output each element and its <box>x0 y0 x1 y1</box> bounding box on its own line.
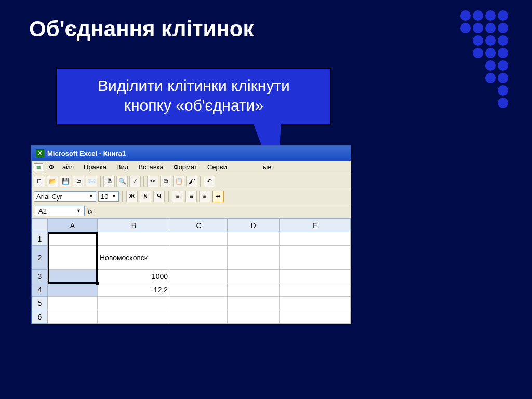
cell-b5[interactable] <box>98 297 170 310</box>
spreadsheet-grid[interactable]: A B C D E 1 2 Новомосковск 3 1000 4 -12,… <box>32 218 351 324</box>
slide-title: Об'єднання клітинок <box>29 17 254 42</box>
cell-d4[interactable] <box>228 283 280 297</box>
menu-format[interactable]: Формат <box>169 162 202 172</box>
cell-e1[interactable] <box>280 232 351 246</box>
cell-b3[interactable]: 1000 <box>98 270 170 283</box>
cell-d3[interactable] <box>228 270 280 283</box>
name-box[interactable]: A2 ▼ <box>35 206 85 216</box>
col-header-b[interactable]: B <box>98 219 170 232</box>
col-header-c[interactable]: C <box>170 219 228 232</box>
excel-app-icon: X <box>36 149 44 157</box>
align-center-button[interactable]: ≡ <box>185 191 197 202</box>
chevron-down-icon: ▼ <box>110 194 116 199</box>
italic-button[interactable]: К <box>140 191 151 202</box>
format-painter-button[interactable]: 🖌 <box>186 176 197 187</box>
menu-file[interactable]: Файл <box>45 162 78 172</box>
formula-bar: A2 ▼ fx <box>32 204 351 218</box>
callout-line1: Виділити клітинки клікнути <box>63 76 324 96</box>
callout: Виділити клітинки клікнути кнопку «об'єд… <box>56 68 331 125</box>
cell-d2[interactable] <box>228 246 280 270</box>
cell-a5[interactable] <box>48 297 98 310</box>
font-size-selector[interactable]: 10 ▼ <box>98 191 119 202</box>
spellcheck-button[interactable]: ✓ <box>129 176 141 187</box>
print-button[interactable]: 🖶 <box>103 176 115 187</box>
cell-e3[interactable] <box>280 270 351 283</box>
preview-button[interactable]: 🔍 <box>116 176 128 187</box>
table-row: 5 <box>32 297 351 310</box>
copy-button[interactable]: ⧉ <box>160 176 171 187</box>
table-row: 2 Новомосковск <box>32 246 351 270</box>
cell-a4[interactable] <box>48 283 98 297</box>
menu-tools-partial[interactable]: Серви <box>203 162 231 172</box>
new-button[interactable]: 🗋 <box>34 176 45 187</box>
titlebar: X Microsoft Excel - Книга1 <box>32 146 351 161</box>
col-header-e[interactable]: E <box>280 219 351 232</box>
cell-a6[interactable] <box>48 310 98 324</box>
font-size-value: 10 <box>101 193 108 201</box>
cell-b4[interactable]: -12,2 <box>98 283 170 297</box>
row-header-4[interactable]: 4 <box>32 283 48 297</box>
cell-a3[interactable] <box>48 270 98 283</box>
selection-fill-handle[interactable] <box>96 282 99 285</box>
row-header-6[interactable]: 6 <box>32 310 48 324</box>
cell-d1[interactable] <box>228 232 280 246</box>
merge-cells-button[interactable]: ⬌ <box>212 191 224 202</box>
cut-button[interactable]: ✂ <box>147 176 158 187</box>
menu-view[interactable]: Вид <box>112 162 133 172</box>
row-header-5[interactable]: 5 <box>32 297 48 310</box>
open-button[interactable]: 📂 <box>47 176 58 187</box>
cell-e6[interactable] <box>280 310 351 324</box>
window-title: Microsoft Excel - Книга1 <box>47 150 126 157</box>
bold-button[interactable]: Ж <box>126 191 138 202</box>
cell-e4[interactable] <box>280 283 351 297</box>
standard-toolbar: 🗋 📂 💾 🗂 📨 🖶 🔍 ✓ ✂ ⧉ 📋 🖌 ↶ <box>32 174 351 189</box>
excel-window: X Microsoft Excel - Книга1 ▦ Файл Правка… <box>31 145 351 324</box>
cell-c5[interactable] <box>170 297 228 310</box>
cell-b1[interactable] <box>98 232 170 246</box>
cell-c4[interactable] <box>170 283 228 297</box>
workbook-icon[interactable]: ▦ <box>34 163 43 171</box>
paste-button[interactable]: 📋 <box>173 176 184 187</box>
permission-button[interactable]: 🗂 <box>73 176 84 187</box>
menubar: ▦ Файл Правка Вид Вставка Формат Серви ы… <box>32 161 351 174</box>
cell-b2[interactable]: Новомосковск <box>98 246 170 270</box>
cell-e2[interactable] <box>280 246 351 270</box>
cell-c1[interactable] <box>170 232 228 246</box>
select-all-corner[interactable] <box>32 219 48 232</box>
cell-a1[interactable] <box>48 232 98 246</box>
menu-insert[interactable]: Вставка <box>134 162 167 172</box>
cell-c6[interactable] <box>170 310 228 324</box>
col-header-a[interactable]: A <box>48 219 98 232</box>
callout-line2: кнопку «об'єднати» <box>63 96 324 115</box>
font-selector[interactable]: Arial Cyr ▼ <box>34 191 96 202</box>
cell-b6[interactable] <box>98 310 170 324</box>
align-left-button[interactable]: ≡ <box>172 191 183 202</box>
table-row: 4 -12,2 <box>32 283 351 297</box>
menu-edit[interactable]: Правка <box>79 162 111 172</box>
table-row: 6 <box>32 310 351 324</box>
save-button[interactable]: 💾 <box>60 176 71 187</box>
cell-d6[interactable] <box>228 310 280 324</box>
cell-a2[interactable] <box>48 246 98 270</box>
row-header-2[interactable]: 2 <box>32 246 48 270</box>
fx-label: fx <box>88 207 93 215</box>
email-button[interactable]: 📨 <box>86 176 97 187</box>
cell-c3[interactable] <box>170 270 228 283</box>
font-value: Arial Cyr <box>36 193 62 201</box>
col-header-d[interactable]: D <box>228 219 280 232</box>
decorative-dots <box>460 10 508 108</box>
row-header-3[interactable]: 3 <box>32 270 48 283</box>
align-right-button[interactable]: ≡ <box>199 191 210 202</box>
cell-d5[interactable] <box>228 297 280 310</box>
menu-data-partial[interactable]: ые <box>259 162 276 172</box>
cell-c2[interactable] <box>170 246 228 270</box>
formatting-toolbar: Arial Cyr ▼ 10 ▼ Ж К Ч ≡ ≡ ≡ ⬌ <box>32 189 351 204</box>
cell-e5[interactable] <box>280 297 351 310</box>
table-row: 3 1000 <box>32 270 351 283</box>
underline-button[interactable]: Ч <box>153 191 165 202</box>
row-header-1[interactable]: 1 <box>32 232 48 246</box>
chevron-down-icon: ▼ <box>76 208 81 214</box>
table-row: 1 <box>32 232 351 246</box>
chevron-down-icon: ▼ <box>87 194 94 199</box>
undo-button[interactable]: ↶ <box>204 176 215 187</box>
